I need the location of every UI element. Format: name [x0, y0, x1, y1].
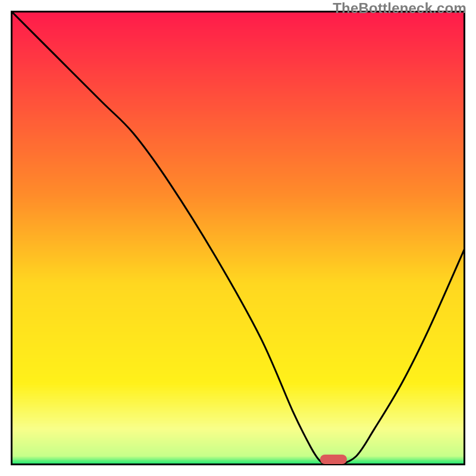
chart-frame: TheBottleneck.com	[0, 0, 476, 476]
plot-area	[11, 11, 465, 465]
watermark-text: TheBottleneck.com	[333, 0, 466, 17]
optimal-marker	[320, 455, 347, 464]
bottleneck-curve	[11, 11, 465, 465]
curve-layer	[11, 11, 465, 465]
